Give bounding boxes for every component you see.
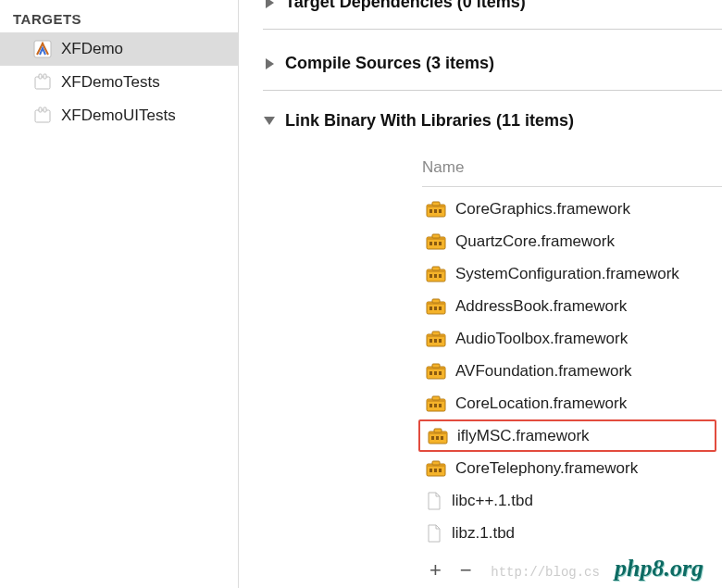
disclosure-collapsed-icon[interactable] — [263, 57, 276, 70]
svg-rect-7 — [44, 107, 46, 112]
target-item-xfdemo[interactable]: XFDemo — [0, 32, 238, 66]
svg-rect-19 — [439, 242, 442, 245]
library-label: CoreTelephony.framework — [455, 459, 638, 478]
svg-rect-41 — [429, 371, 432, 375]
file-icon — [426, 523, 442, 544]
svg-rect-10 — [432, 202, 440, 206]
targets-header: TARGETS — [0, 2, 238, 32]
framework-icon — [426, 331, 446, 347]
build-phases-panel: Target Dependencies (0 items) Compile So… — [239, 0, 722, 588]
svg-rect-16 — [432, 234, 440, 238]
library-row[interactable]: AudioToolbox.framework — [422, 322, 722, 355]
svg-rect-42 — [434, 371, 437, 375]
divider — [263, 29, 722, 30]
svg-rect-52 — [434, 429, 442, 432]
svg-rect-61 — [439, 469, 442, 472]
svg-rect-22 — [432, 267, 440, 270]
library-row[interactable]: CoreGraphics.framework — [422, 193, 722, 225]
library-label: CoreGraphics.framework — [455, 200, 630, 219]
library-row[interactable]: AVFoundation.framework — [422, 355, 722, 387]
divider — [263, 90, 722, 91]
svg-rect-59 — [429, 469, 432, 472]
svg-rect-55 — [441, 436, 443, 440]
file-icon — [426, 491, 442, 511]
svg-rect-35 — [429, 339, 432, 343]
svg-rect-23 — [429, 274, 432, 278]
svg-rect-11 — [429, 209, 432, 213]
disclosure-expanded-icon[interactable] — [263, 115, 276, 128]
svg-rect-24 — [434, 274, 437, 278]
library-label: QuartzCore.framework — [455, 232, 615, 251]
framework-icon — [426, 298, 446, 315]
target-item-xfdemotests[interactable]: XFDemoTests — [0, 66, 238, 99]
svg-rect-3 — [39, 74, 42, 79]
library-row[interactable]: libc++.1.tbd — [422, 484, 722, 517]
svg-rect-13 — [439, 209, 442, 213]
svg-rect-37 — [439, 339, 442, 343]
svg-rect-4 — [44, 74, 46, 79]
library-row[interactable]: QuartzCore.framework — [422, 225, 722, 257]
svg-rect-58 — [432, 461, 440, 465]
watermark: http://blog.cs php8.org — [491, 555, 703, 582]
library-label: libc++.1.tbd — [452, 492, 533, 510]
library-label: AudioToolbox.framework — [455, 330, 628, 348]
framework-icon — [428, 428, 448, 444]
section-title: Compile Sources (3 items) — [285, 54, 494, 73]
svg-rect-2 — [35, 77, 50, 89]
svg-rect-48 — [434, 404, 437, 407]
framework-icon — [426, 201, 446, 218]
section-link-binary[interactable]: Link Binary With Libraries (11 items) — [263, 111, 722, 142]
watermark-url: http://blog.cs — [491, 565, 600, 580]
svg-rect-36 — [434, 339, 437, 343]
svg-rect-5 — [35, 110, 50, 122]
svg-rect-47 — [429, 404, 432, 407]
svg-rect-30 — [434, 307, 437, 310]
library-row[interactable]: iflyMSC.framework — [418, 419, 716, 452]
library-label: libz.1.tbd — [452, 524, 515, 543]
add-button[interactable]: + — [429, 560, 442, 581]
test-bundle-icon — [33, 106, 52, 125]
svg-rect-49 — [439, 404, 442, 407]
disclosure-collapsed-icon[interactable] — [263, 0, 276, 9]
section-target-dependencies[interactable]: Target Dependencies (0 items) — [263, 0, 722, 23]
section-title: Target Dependencies (0 items) — [285, 0, 526, 12]
library-row[interactable]: CoreTelephony.framework — [422, 452, 722, 484]
library-label: SystemConfiguration.framework — [455, 265, 679, 283]
library-row[interactable]: CoreLocation.framework — [422, 387, 722, 419]
test-bundle-icon — [33, 73, 52, 92]
targets-sidebar: TARGETS XFDemo XFDemoTests — [0, 0, 239, 588]
svg-rect-18 — [434, 242, 437, 245]
libraries-table: Name CoreGraphics.frameworkQuartzCore.fr… — [422, 158, 722, 581]
library-label: CoreLocation.framework — [455, 394, 627, 413]
svg-rect-25 — [439, 274, 442, 278]
framework-icon — [426, 266, 446, 282]
remove-button[interactable]: − — [460, 560, 472, 581]
watermark-logo: php8.org — [615, 555, 703, 582]
svg-rect-28 — [432, 299, 440, 303]
target-label: XFDemoTests — [61, 73, 160, 92]
svg-rect-34 — [432, 332, 440, 335]
svg-rect-31 — [439, 307, 442, 310]
svg-rect-60 — [434, 469, 437, 472]
svg-rect-53 — [431, 436, 434, 440]
framework-icon — [426, 363, 446, 380]
framework-icon — [426, 395, 446, 412]
library-row[interactable]: AddressBook.framework — [422, 290, 722, 322]
library-row[interactable]: libz.1.tbd — [422, 517, 722, 549]
framework-icon — [426, 233, 446, 250]
library-label: iflyMSC.framework — [457, 427, 590, 445]
table-header-name: Name — [422, 158, 722, 187]
framework-icon — [426, 460, 446, 477]
library-label: AddressBook.framework — [455, 297, 627, 316]
target-label: XFDemoUITests — [61, 106, 176, 125]
svg-rect-6 — [39, 107, 42, 112]
svg-rect-46 — [432, 396, 440, 400]
library-row[interactable]: SystemConfiguration.framework — [422, 257, 722, 290]
svg-rect-29 — [429, 307, 432, 310]
target-label: XFDemo — [61, 40, 123, 58]
target-item-xfdemouitests[interactable]: XFDemoUITests — [0, 99, 238, 132]
svg-rect-54 — [436, 436, 439, 440]
section-compile-sources[interactable]: Compile Sources (3 items) — [263, 54, 722, 84]
svg-rect-17 — [429, 242, 432, 245]
app-icon — [33, 40, 52, 58]
